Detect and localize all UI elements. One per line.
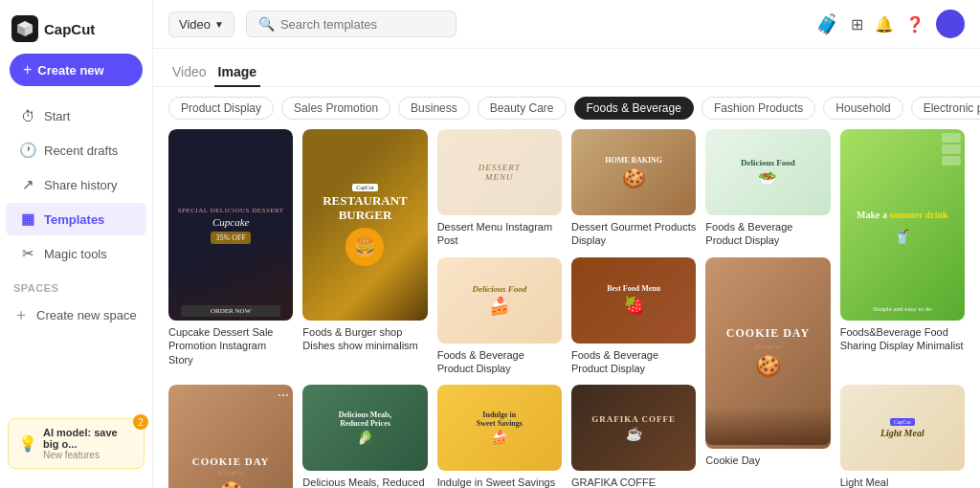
share-history-icon: ↗ [19, 176, 36, 193]
recent-drafts-icon: 🕐 [19, 142, 36, 159]
magic-tools-icon: ✂ [19, 245, 36, 262]
grid: SPECIAL DELICIOUS DESSERT Cupcake 35% OF… [168, 129, 965, 488]
help-icon[interactable]: ❓ [905, 15, 924, 33]
topbar: Video ▼ 🔍 🧳 ⊞ 🔔 ❓ [153, 0, 980, 49]
notification-badge: 2 [133, 414, 148, 430]
sidebar-item-recent-drafts[interactable]: 🕐 Recent drafts [6, 134, 146, 166]
user-avatar[interactable] [936, 10, 965, 38]
template-card-dessert2[interactable]: Delicious Food 🍰 Foods & Beverage Produc… [437, 257, 562, 376]
template-card-cookie-day-2[interactable]: Cookie Day @CapCut 🍪 ⋯ Cookie Day [168, 385, 293, 488]
ai-icon: 💡 [18, 434, 37, 453]
template-card-food-green[interactable]: Delicious Food 🥗 Foods & Beverage Produc… [705, 129, 830, 248]
template-card-dessert-menu[interactable]: DESSERTMENU Dessert Menu Instagram Post [437, 129, 562, 248]
create-space-button[interactable]: ＋ Create new space [0, 298, 152, 333]
template-card-label: GRAFIKA COFFE [571, 476, 696, 488]
type-selector-label: Video [179, 17, 211, 32]
search-box: 🔍 [246, 11, 457, 37]
tab-video[interactable]: Video [168, 58, 211, 87]
template-card-light-meal[interactable]: CapCut Light Meal Light Meal [840, 385, 965, 488]
tab-image[interactable]: Image [214, 58, 260, 87]
template-grid: SPECIAL DELICIOUS DESSERT Cupcake 35% OF… [153, 129, 980, 488]
ai-notification-subtitle: New features [43, 450, 134, 460]
template-card-label: Cookie Day [705, 454, 830, 467]
topbar-right: 🧳 ⊞ 🔔 ❓ [815, 10, 965, 38]
plus-icon: + [23, 61, 32, 78]
briefcase-icon[interactable]: 🧳 [815, 12, 839, 35]
template-card-label: Cupcake Dessert Sale Promotion Instagram… [168, 325, 293, 366]
logo: CapCut [0, 11, 152, 54]
template-card-raspberries[interactable]: Best Food Menu 🍓 Foods & Beverage Produc… [571, 257, 696, 376]
chevron-down-icon: ▼ [214, 19, 224, 30]
template-card-grafika-coffee[interactable]: GRAFIKA COFFE ☕ GRAFIKA COFFE [571, 385, 696, 488]
sidebar-item-start-label: Start [44, 109, 70, 123]
template-card-gourmet[interactable]: HOME BAKING 🍪 Dessert Gourmet Products D… [571, 129, 696, 248]
template-card-label: Dessert Gourmet Products Display [571, 220, 696, 248]
chip-sales-promotion[interactable]: Sales Promotion [281, 97, 390, 120]
create-space-icon: ＋ [13, 305, 29, 325]
chip-foods-beverage[interactable]: Foods & Beverage [574, 97, 694, 120]
spaces-label: Spaces [0, 271, 152, 298]
notification-icon[interactable]: 🔔 [875, 15, 894, 33]
sidebar-item-recent-drafts-label: Recent drafts [44, 144, 118, 158]
chip-product-display[interactable]: Product Display [168, 97, 274, 120]
sidebar: CapCut + Create new ⏱ Start 🕐 Recent dra… [0, 0, 153, 488]
filter-row: Product Display Sales Promotion Business… [153, 87, 980, 129]
template-card-meals-reduced[interactable]: Delicious Meals,Reduced Prices 🥬 Delicio… [302, 385, 427, 488]
template-card-summer[interactable]: Make a summer drink 🥤 Simple and easy to… [840, 129, 965, 375]
sidebar-item-start[interactable]: ⏱ Start [6, 100, 146, 132]
chip-beauty-care[interactable]: Beauty Care [478, 97, 567, 120]
create-btn-label: Create new [37, 63, 103, 78]
search-input[interactable] [280, 17, 444, 32]
template-card-sweet-savings[interactable]: Indulge inSweet Savings 🍰 Indulge in Swe… [437, 385, 562, 488]
main-content: Video ▼ 🔍 🧳 ⊞ 🔔 ❓ Video Image Product Di… [153, 0, 980, 488]
template-card-cupcake[interactable]: SPECIAL DELICIOUS DESSERT Cupcake 35% OF… [168, 129, 293, 375]
logo-text: CapCut [44, 21, 95, 37]
chip-electronic-products[interactable]: Electronic products [911, 97, 980, 120]
create-new-button[interactable]: + Create new [10, 54, 143, 86]
sidebar-item-magic-tools-label: Magic tools [44, 247, 107, 261]
template-card-label: Indulge in Sweet Savings [437, 476, 562, 488]
ai-notification-title: AI model: save big o... [43, 427, 134, 450]
sidebar-item-share-history[interactable]: ↗ Share history [6, 168, 146, 201]
template-card-label: Delicious Meals, Reduced Prices [302, 476, 427, 488]
start-icon: ⏱ [19, 108, 36, 124]
chip-fashion-products[interactable]: Fashion Products [702, 97, 815, 120]
chip-business[interactable]: Business [398, 97, 470, 120]
template-card-burger[interactable]: CapCut RESTAURANTBURGER 🍔 Foods & Burger… [302, 129, 427, 375]
templates-icon: ▦ [19, 211, 36, 228]
template-card-label: Dessert Menu Instagram Post [437, 220, 562, 248]
template-card-cookie-day-1[interactable]: Cookie Day @CapCut 🍪 Cookie Day [705, 257, 830, 488]
sidebar-item-templates[interactable]: ▦ Templates [6, 203, 146, 235]
capcut-logo-icon [11, 15, 38, 42]
search-icon: 🔍 [258, 16, 275, 32]
create-space-label: Create new space [36, 308, 137, 322]
sidebar-item-templates-label: Templates [44, 212, 104, 227]
chip-household[interactable]: Household [823, 97, 902, 120]
template-card-label: Light Meal [840, 476, 965, 488]
template-card-label: Foods & Beverage Product Display [571, 348, 696, 376]
sidebar-item-share-history-label: Share history [44, 178, 118, 192]
template-card-label: Foods&Beverage Food Sharing Display Mini… [840, 325, 965, 353]
template-card-label: Foods & Burger shop Dishes show minimali… [302, 325, 427, 353]
type-selector[interactable]: Video ▼ [168, 11, 234, 37]
tabs: Video Image [153, 49, 980, 87]
template-card-label: Foods & Beverage Product Display [705, 220, 830, 248]
ai-notification[interactable]: 2 💡 AI model: save big o... New features [8, 418, 145, 469]
layers-icon[interactable]: ⊞ [851, 15, 863, 33]
sidebar-item-magic-tools[interactable]: ✂ Magic tools [6, 237, 146, 270]
template-card-label: Foods & Beverage Product Display [437, 348, 562, 376]
